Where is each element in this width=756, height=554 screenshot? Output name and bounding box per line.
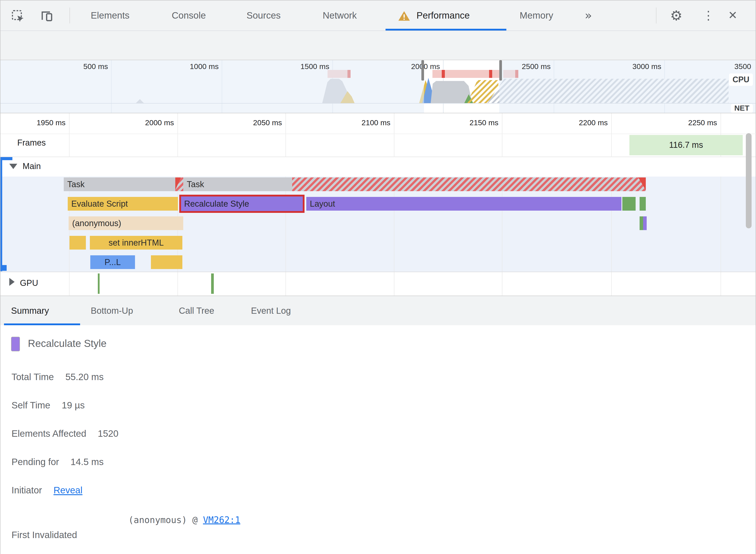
ruler-tick: 2100 ms [362, 119, 390, 127]
script-bar[interactable] [69, 236, 86, 250]
elements-affected-label: Elements Affected [11, 428, 86, 439]
frame-duration-badge[interactable]: 116.7 ms [630, 135, 743, 155]
gridline [69, 272, 69, 295]
gridline [502, 113, 502, 157]
devtools-window: Elements Console Sources Network Perform… [0, 0, 756, 554]
task-bar[interactable]: Task [183, 177, 292, 191]
details-tabbar: Summary Bottom-Up Call Tree Event Log [0, 295, 756, 325]
chevron-right-icon [9, 278, 15, 286]
net-lane-label: NET [731, 104, 753, 113]
elements-affected-value: 1520 [98, 428, 118, 439]
divider [0, 133, 756, 134]
gpu-activity-bar[interactable] [211, 273, 214, 294]
paint-bar[interactable] [640, 197, 646, 211]
evaluate-script-bar[interactable]: Evaluate Script [68, 197, 178, 211]
divider [656, 7, 656, 23]
gridline [502, 272, 502, 295]
initiator-label: Initiator [11, 485, 42, 495]
total-time-value: 55.20 ms [65, 372, 104, 382]
cpu-lane-label: CPU [729, 73, 753, 86]
script-bar[interactable] [151, 255, 182, 269]
main-thread-track: Main Task Task Evaluate Script Recalcula… [0, 157, 756, 272]
self-time-label: Self Time [11, 400, 50, 410]
total-time-row: Total Time55.20 ms [11, 372, 104, 382]
gridline [611, 272, 612, 295]
ruler-tick: 2150 ms [470, 119, 498, 127]
summary-title: Recalculate Style [28, 338, 106, 349]
cpu-net-divider [0, 103, 756, 104]
overview-time-label: 1000 ms [190, 62, 219, 71]
timeline-overview[interactable]: 500 ms 1000 ms 1500 ms 2000 ms 2500 ms 3… [0, 60, 756, 113]
selection-handle-right[interactable] [499, 60, 502, 80]
main-track-toggle[interactable]: Main [9, 162, 41, 171]
gridline [69, 113, 69, 157]
paint-sliver[interactable] [640, 216, 643, 230]
first-invalidated-stack: (anonymous) @ VM262:1 [128, 515, 240, 525]
elements-affected-row: Elements Affected1520 [11, 428, 118, 439]
task-bar[interactable]: Task [64, 177, 175, 191]
layout-bar[interactable]: Layout [306, 197, 622, 211]
device-toolbar-icon[interactable] [40, 9, 54, 22]
long-task-end[interactable] [175, 177, 183, 191]
gridline [285, 113, 286, 157]
initiator-row: InitiatorReveal [11, 485, 83, 496]
chevron-down-icon [9, 164, 17, 169]
long-task-red [442, 70, 445, 78]
long-task-overrun[interactable] [292, 177, 646, 191]
range-bracket-line [0, 157, 2, 271]
paint-bar[interactable] [622, 197, 636, 211]
stack-location-link[interactable]: VM262:1 [203, 515, 240, 525]
settings-gear-icon[interactable]: ⚙ [670, 0, 683, 31]
event-color-swatch [11, 337, 20, 351]
overview-time-label: 2500 ms [522, 62, 551, 71]
more-tabs-icon[interactable]: » [585, 0, 592, 31]
tab-call-tree[interactable]: Call Tree [179, 296, 214, 325]
tab-memory[interactable]: Memory [520, 0, 553, 31]
active-tab-underline [385, 29, 506, 31]
parse-html-bar[interactable]: P...L [90, 255, 135, 269]
gridline [285, 272, 286, 295]
tab-bottom-up[interactable]: Bottom-Up [91, 296, 133, 325]
total-time-label: Total Time [11, 372, 54, 382]
range-bracket-bottom [0, 265, 7, 271]
recalculate-style-bar-selected[interactable]: Recalculate Style [179, 195, 305, 213]
pending-for-value: 14.5 ms [70, 457, 104, 467]
ruler-tick: 2200 ms [579, 119, 608, 127]
devtools-tabbar: Elements Console Sources Network Perform… [0, 0, 756, 31]
main-flamechart[interactable]: Task Task Evaluate Script Recalculate St… [0, 176, 756, 272]
initiator-reveal-link[interactable]: Reveal [54, 485, 83, 495]
gridline [394, 272, 394, 295]
detail-ruler-and-frames: 1950 ms 2000 ms 2050 ms 2100 ms 2150 ms … [0, 113, 756, 157]
overview-time-label: 2000 ms [411, 62, 440, 71]
tab-sources[interactable]: Sources [247, 0, 281, 31]
gpu-track-toggle[interactable]: GPU [9, 278, 38, 288]
tab-event-log[interactable]: Event Log [251, 296, 291, 325]
style-sliver[interactable] [643, 216, 647, 230]
tab-console[interactable]: Console [172, 0, 206, 31]
self-time-row: Self Time19 µs [11, 400, 85, 410]
vertical-scrollbar[interactable] [746, 133, 752, 228]
frames-track-label[interactable]: Frames [17, 138, 46, 148]
gridline [720, 272, 721, 295]
ruler-tick: 2000 ms [145, 119, 174, 127]
overview-time-label: 1500 ms [301, 62, 329, 71]
tab-performance[interactable]: Performance [417, 0, 470, 31]
long-task-red [489, 70, 492, 78]
ruler-tick: 2050 ms [253, 119, 282, 127]
overview-time-label: 500 ms [84, 62, 108, 71]
close-icon[interactable]: ✕ [728, 0, 738, 31]
self-time-value: 19 µs [62, 400, 85, 410]
tab-network[interactable]: Network [323, 0, 357, 31]
tab-summary[interactable]: Summary [11, 296, 49, 325]
gridline [177, 113, 178, 157]
first-invalidated-label: First Invalidated [11, 530, 77, 540]
kebab-menu-icon[interactable]: ⋮ [702, 0, 714, 31]
gpu-track-label: GPU [20, 278, 38, 288]
tab-elements[interactable]: Elements [91, 0, 129, 31]
set-innerhtml-bar[interactable]: set innerHTML [90, 236, 182, 250]
gpu-activity-bar[interactable] [98, 273, 100, 294]
inspect-icon[interactable] [11, 9, 24, 22]
anonymous-call-bar[interactable]: (anonymous) [69, 216, 183, 230]
selection-handle-left[interactable] [421, 60, 424, 80]
pending-for-label: Pending for [11, 457, 59, 467]
